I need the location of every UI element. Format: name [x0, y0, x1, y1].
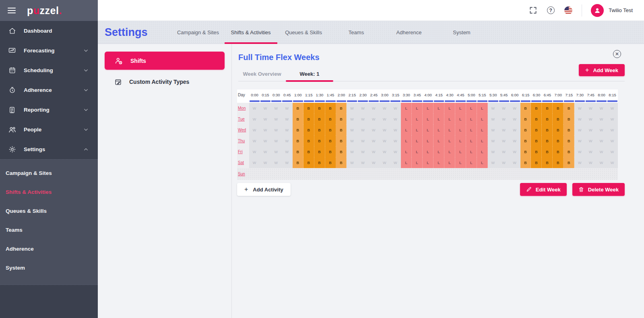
menu-toggle-icon[interactable]	[8, 6, 16, 15]
schedule-cell-b[interactable]: B	[542, 157, 553, 168]
schedule-cell-l[interactable]: L	[412, 135, 423, 146]
schedule-cell-w[interactable]: W	[368, 114, 379, 125]
schedule-cell-w[interactable]: W	[368, 125, 379, 135]
schedule-cell-b[interactable]: B	[303, 135, 314, 146]
schedule-cell-w[interactable]: W	[499, 125, 510, 135]
schedule-cell-b[interactable]: B	[314, 157, 325, 168]
schedule-cell-w[interactable]: W	[357, 125, 368, 135]
schedule-cell-b[interactable]: B	[553, 103, 564, 114]
schedule-cell-w[interactable]: W	[260, 157, 271, 168]
schedule-cell-l[interactable]: L	[412, 125, 423, 135]
schedule-cell-w[interactable]: W	[585, 157, 596, 168]
schedule-cell-w[interactable]: W	[574, 103, 585, 114]
schedule-cell-l[interactable]: L	[423, 146, 433, 157]
schedule-cell-w[interactable]: W	[607, 103, 618, 114]
schedule-cell-w[interactable]: W	[357, 135, 368, 146]
schedule-cell-w[interactable]: W	[271, 157, 282, 168]
schedule-cell-w[interactable]: W	[249, 125, 260, 135]
schedule-cell-w[interactable]: W	[260, 135, 271, 146]
schedule-cell-b[interactable]: B	[542, 103, 553, 114]
schedule-cell-w[interactable]: W	[379, 103, 390, 114]
schedule-cell-w[interactable]: W	[585, 114, 596, 125]
schedule-cell-w[interactable]: W	[271, 114, 282, 125]
submenu-item-shifts-activities[interactable]: Shifts & Activities	[0, 183, 98, 202]
schedule-cell-b[interactable]: B	[303, 157, 314, 168]
schedule-cell-l[interactable]: L	[412, 157, 423, 168]
sidebar-item-dashboard[interactable]: Dashboard	[0, 21, 98, 41]
schedule-cell-l[interactable]: L	[477, 103, 488, 114]
schedule-cell-l[interactable]: L	[477, 157, 488, 168]
schedule-cell-l[interactable]: L	[433, 114, 444, 125]
schedule-cell-b[interactable]: B	[542, 125, 553, 135]
schedule-cell-b[interactable]: B	[542, 114, 553, 125]
schedule-cell-w[interactable]: W	[357, 103, 368, 114]
schedule-cell-w[interactable]: W	[585, 146, 596, 157]
schedule-cell-w[interactable]: W	[260, 114, 271, 125]
schedule-cell-b[interactable]: B	[303, 125, 314, 135]
schedule-cell-l[interactable]: L	[444, 135, 455, 146]
schedule-cell-w[interactable]: W	[260, 125, 271, 135]
submenu-item-queues-skills[interactable]: Queues & Skills	[0, 202, 98, 220]
schedule-cell-b[interactable]: B	[564, 157, 574, 168]
schedule-cell-w[interactable]: W	[585, 135, 596, 146]
schedule-cell-w[interactable]: W	[607, 157, 618, 168]
schedule-cell-l[interactable]: L	[477, 114, 488, 125]
schedule-cell-w[interactable]: W	[607, 114, 618, 125]
schedule-cell-w[interactable]: W	[510, 114, 520, 125]
sidebar-item-settings[interactable]: Settings	[0, 139, 98, 159]
schedule-cell-l[interactable]: L	[455, 125, 466, 135]
schedule-cell-b[interactable]: B	[564, 125, 574, 135]
schedule-cell-b[interactable]: B	[325, 125, 336, 135]
schedule-cell-w[interactable]: W	[249, 157, 260, 168]
schedule-cell-l[interactable]: L	[444, 146, 455, 157]
schedule-cell-l[interactable]: L	[423, 135, 433, 146]
schedule-cell-l[interactable]: L	[466, 103, 477, 114]
tab-teams[interactable]: Teams	[330, 21, 383, 44]
day-link-mon[interactable]: Mon	[238, 106, 246, 110]
schedule-cell-w[interactable]: W	[585, 103, 596, 114]
schedule-cell-w[interactable]: W	[271, 103, 282, 114]
schedule-cell-l[interactable]: L	[423, 125, 433, 135]
schedule-cell-w[interactable]: W	[499, 114, 510, 125]
schedule-cell-b[interactable]: B	[325, 114, 336, 125]
schedule-cell-w[interactable]: W	[488, 103, 499, 114]
schedule-cell-w[interactable]: W	[379, 135, 390, 146]
schedule-cell-w[interactable]: W	[260, 103, 271, 114]
schedule-cell-l[interactable]: L	[401, 125, 412, 135]
sidebar-item-adherence[interactable]: Adherence	[0, 80, 98, 100]
schedule-cell-w[interactable]: W	[574, 146, 585, 157]
schedule-cell-l[interactable]: L	[455, 135, 466, 146]
schedule-cell-b[interactable]: B	[531, 125, 542, 135]
schedule-cell-w[interactable]: W	[488, 146, 499, 157]
schedule-cell-b[interactable]: B	[314, 114, 325, 125]
tab-queues-skills[interactable]: Queues & Skills	[277, 21, 330, 44]
schedule-cell-l[interactable]: L	[477, 135, 488, 146]
schedule-cell-w[interactable]: W	[510, 135, 520, 146]
schedule-cell-w[interactable]: W	[499, 157, 510, 168]
schedule-cell-l[interactable]: L	[433, 157, 444, 168]
schedule-cell-l[interactable]: L	[444, 114, 455, 125]
add-activity-button[interactable]: + Add Activity	[237, 183, 291, 196]
schedule-cell-w[interactable]: W	[574, 157, 585, 168]
schedule-cell-w[interactable]: W	[574, 114, 585, 125]
schedule-cell-w[interactable]: W	[596, 157, 607, 168]
schedule-cell-b[interactable]: B	[325, 135, 336, 146]
tab-adherence[interactable]: Adherence	[383, 21, 436, 44]
day-link-wed[interactable]: Wed	[238, 128, 246, 132]
tab-system[interactable]: System	[436, 21, 488, 44]
schedule-cell-w[interactable]: W	[574, 125, 585, 135]
schedule-cell-w[interactable]: W	[510, 146, 520, 157]
schedule-cell-l[interactable]: L	[455, 157, 466, 168]
sidebar-item-scheduling[interactable]: Scheduling	[0, 60, 98, 80]
schedule-cell-b[interactable]: B	[303, 114, 314, 125]
schedule-cell-w[interactable]: W	[357, 146, 368, 157]
schedule-cell-w[interactable]: W	[357, 114, 368, 125]
schedule-cell-b[interactable]: B	[531, 157, 542, 168]
schedule-cell-w[interactable]: W	[499, 146, 510, 157]
schedule-cell-l[interactable]: L	[466, 146, 477, 157]
week-tab-week-overview[interactable]: Week Overview	[238, 67, 286, 81]
schedule-cell-w[interactable]: W	[282, 146, 293, 157]
schedule-cell-b[interactable]: B	[564, 146, 574, 157]
schedule-cell-w[interactable]: W	[368, 146, 379, 157]
schedule-cell-w[interactable]: W	[585, 125, 596, 135]
